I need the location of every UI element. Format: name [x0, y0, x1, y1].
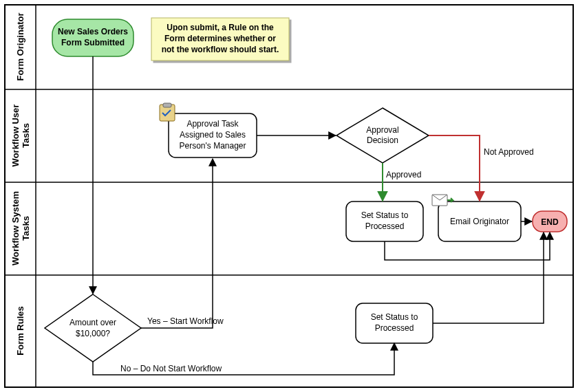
- approval-task-line3: Person's Manager: [179, 141, 246, 151]
- note-line2: Form determines whether or: [164, 34, 276, 43]
- note-line1: Upon submit, a Rule on the: [167, 23, 274, 32]
- email-originator-line1: Email Originator: [450, 217, 509, 226]
- note-line3: not the workflow should start.: [162, 45, 279, 54]
- approval-decision-node: Approval Decision: [336, 108, 429, 163]
- clipboard-icon: [160, 103, 175, 121]
- svg-rect-4: [163, 103, 171, 107]
- approval-task-line1: Approval Task: [186, 119, 239, 129]
- flowchart-canvas: Form Originator Workflow User Tasks Work…: [0, 0, 578, 392]
- set-processed-2-line1: Set Status to: [371, 312, 418, 322]
- svg-marker-10: [45, 294, 141, 362]
- approval-decision-line2: Decision: [367, 135, 398, 145]
- approval-task-node: Approval Task Assigned to Sales Person's…: [160, 103, 257, 157]
- start-node: New Sales Orders Form Submitted: [52, 19, 133, 56]
- start-node-line1: New Sales Orders: [58, 27, 128, 36]
- approval-decision-line1: Approval: [366, 125, 398, 135]
- start-node-line2: Form Submitted: [61, 38, 125, 47]
- lane-label-0: Form Originator: [15, 13, 25, 81]
- set-processed-1-line2: Processed: [365, 221, 405, 231]
- edge-not-approved: [429, 135, 480, 201]
- edge-approved-label: Approved: [386, 170, 421, 179]
- set-processed-1-line1: Set Status to: [361, 210, 409, 220]
- amount-decision-node: Amount over $10,000?: [45, 294, 141, 362]
- lane-label-2a: Workflow System: [10, 191, 21, 265]
- end-node: END: [533, 211, 567, 232]
- lane-label-3: Form Rules: [15, 306, 25, 356]
- amount-decision-line2: $10,000?: [76, 329, 110, 338]
- note-box: Upon submit, a Rule on the Form determin…: [151, 18, 289, 61]
- lane-label-1b: Tasks: [21, 123, 31, 148]
- approval-task-line2: Assigned to Sales: [180, 130, 246, 140]
- lane-label-2b: Tasks: [21, 216, 31, 241]
- set-processed-2-node: Set Status to Processed: [356, 303, 433, 343]
- lane-label-1a: Workflow User: [10, 105, 21, 167]
- edge-yes-to-approval: [141, 159, 213, 328]
- set-processed-1-node: Set Status to Processed: [346, 202, 423, 241]
- edge-yes-label: Yes – Start Workflow: [147, 316, 224, 326]
- end-node-label: END: [541, 217, 559, 227]
- edge-processed2-to-end: [433, 232, 544, 323]
- amount-decision-line1: Amount over: [69, 318, 116, 327]
- edge-no-label: No – Do Not Start Workflow: [120, 364, 222, 373]
- edge-not-approved-label: Not Approved: [484, 147, 534, 157]
- email-originator-node: Email Originator: [432, 195, 521, 241]
- set-processed-2-line2: Processed: [375, 323, 414, 333]
